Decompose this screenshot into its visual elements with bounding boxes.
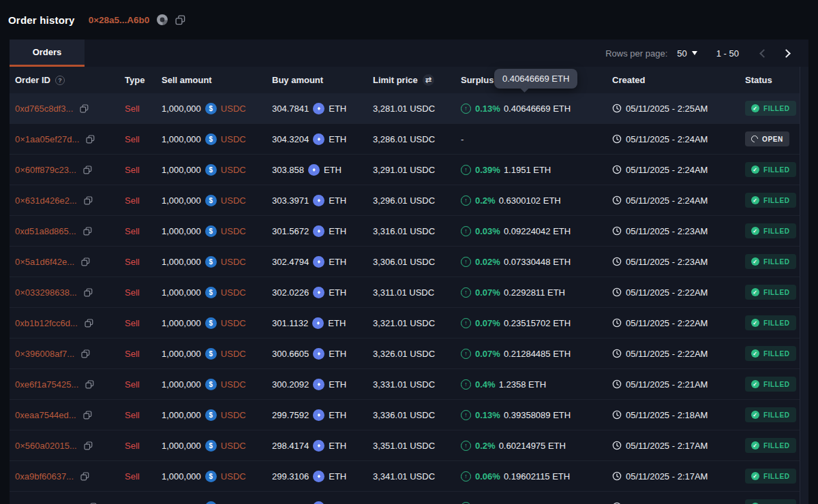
buy-amount: 298.0674 bbox=[272, 502, 309, 504]
copy-order-id-icon[interactable] bbox=[81, 349, 90, 358]
check-icon: ✓ bbox=[751, 104, 759, 112]
col-order-id: Order ID bbox=[15, 75, 50, 85]
order-id-link[interactable]: 0×033298638... bbox=[15, 287, 77, 298]
table-row[interactable]: 0xe6f1a75425... Sell 1,000,000 $ USDC 30… bbox=[10, 369, 808, 400]
copy-order-id-icon[interactable] bbox=[86, 135, 95, 144]
explorer-icon[interactable] bbox=[156, 14, 168, 26]
rows-per-page-select[interactable]: 50 bbox=[677, 48, 697, 59]
buy-amount: 302.4794 bbox=[272, 257, 309, 267]
sell-token-symbol[interactable]: USDC bbox=[221, 502, 246, 504]
copy-order-id-icon[interactable] bbox=[81, 257, 90, 266]
status-label: FILLED bbox=[763, 289, 790, 296]
order-id-link[interactable]: 0xa9bf60637... bbox=[15, 471, 74, 482]
copy-order-id-icon[interactable] bbox=[84, 441, 93, 450]
sell-token-symbol[interactable]: USDC bbox=[221, 195, 246, 206]
status-label: FILLED bbox=[763, 227, 790, 235]
table-row[interactable]: 0×560a02015... Sell 1,000,000 $ USDC 298… bbox=[10, 430, 808, 461]
prev-page-button[interactable] bbox=[759, 49, 768, 58]
order-id-link[interactable]: 0×60ff879c23... bbox=[15, 165, 76, 175]
order-type: Sell bbox=[125, 195, 140, 206]
copy-address-icon[interactable] bbox=[175, 15, 185, 25]
order-id-link[interactable]: 0xd51a8d865... bbox=[15, 226, 76, 236]
sell-token-symbol[interactable]: USDC bbox=[221, 441, 246, 451]
table-row[interactable]: 0xa9bf60637... Sell 1,000,000 $ USDC 299… bbox=[10, 461, 808, 492]
clock-icon bbox=[612, 257, 622, 266]
status-badge: ✓ FILLED bbox=[745, 162, 796, 177]
order-id-link[interactable]: 0×5a1d6f42e... bbox=[15, 257, 74, 267]
order-id-link[interactable]: 0xd765c8df3... bbox=[15, 104, 73, 114]
sell-token-symbol[interactable]: USDC bbox=[221, 287, 246, 298]
arrow-up-circle-icon: ↑ bbox=[461, 379, 471, 390]
table-row[interactable]: 0xeaa7544ed... Sell 1,000,000 $ USDC 299… bbox=[10, 400, 808, 430]
buy-amount: 298.4174 bbox=[272, 441, 309, 451]
copy-order-id-icon[interactable] bbox=[80, 472, 89, 481]
order-id-link[interactable]: 0xeaa7544ed... bbox=[15, 410, 76, 420]
table-row[interactable]: 0×5a1d6f42e... Sell 1,000,000 $ USDC 302… bbox=[10, 247, 808, 277]
table-row[interactable]: 0×631d426e2... Sell 1,000,000 $ USDC 303… bbox=[10, 185, 808, 216]
tab-orders[interactable]: Orders bbox=[10, 40, 85, 67]
buy-token-symbol: ETH bbox=[329, 104, 346, 114]
table-row[interactable]: 0xd51a8d865... Sell 1,000,000 $ USDC 301… bbox=[10, 216, 808, 247]
surplus-percent: 0.07% bbox=[475, 318, 500, 328]
copy-order-id-icon[interactable] bbox=[83, 411, 92, 420]
sell-token-symbol[interactable]: USDC bbox=[221, 318, 246, 328]
order-type: Sell bbox=[125, 471, 140, 482]
order-type: Sell bbox=[125, 226, 140, 236]
created-timestamp: 05/11/2025 - 2:22AM bbox=[626, 318, 708, 328]
sell-token-symbol[interactable]: USDC bbox=[221, 349, 246, 359]
table-row[interactable]: 0×396008af7... Sell 1,000,000 $ USDC 300… bbox=[10, 338, 808, 369]
copy-order-id-icon[interactable] bbox=[80, 104, 89, 113]
sell-token-symbol[interactable]: USDC bbox=[221, 379, 246, 390]
copy-order-id-icon[interactable] bbox=[85, 380, 94, 389]
wallet-address-link[interactable]: 0×28a5...A6b0 bbox=[89, 15, 150, 25]
copy-order-id-icon[interactable] bbox=[84, 288, 93, 297]
eth-token-icon: ♦ bbox=[313, 195, 324, 206]
sell-token-symbol[interactable]: USDC bbox=[221, 471, 246, 482]
order-id-link[interactable]: 0×631d426e2... bbox=[15, 195, 77, 206]
sell-token-symbol[interactable]: USDC bbox=[221, 226, 246, 236]
scrollbar-track[interactable] bbox=[800, 67, 808, 504]
swap-direction-icon[interactable]: ⇄ bbox=[423, 74, 434, 86]
status-badge: ✓ FILLED bbox=[745, 346, 796, 361]
arrow-up-circle-icon: ↑ bbox=[461, 165, 471, 175]
next-page-button[interactable] bbox=[782, 49, 791, 58]
usdc-token-icon: $ bbox=[205, 348, 217, 360]
surplus-percent: 0.39% bbox=[475, 165, 500, 175]
copy-order-id-icon[interactable] bbox=[85, 319, 93, 328]
order-id-link[interactable]: 0xb1b12fcc6d... bbox=[15, 318, 78, 328]
sell-token-symbol[interactable]: USDC bbox=[221, 257, 246, 267]
check-icon: ✓ bbox=[751, 380, 759, 388]
copy-order-id-icon[interactable] bbox=[84, 196, 93, 205]
eth-token-icon: ♦ bbox=[308, 164, 320, 176]
status-label: FILLED bbox=[763, 166, 790, 174]
order-id-link[interactable]: 0×1aa05ef27d... bbox=[15, 134, 79, 144]
order-id-link[interactable]: 0xe6f1a75425... bbox=[15, 379, 78, 390]
arrow-up-circle-icon: ↑ bbox=[461, 195, 471, 206]
copy-order-id-icon[interactable] bbox=[83, 227, 92, 236]
buy-amount: 304.7841 bbox=[272, 104, 309, 114]
table-row[interactable]: 0×60ff879c23... Sell 1,000,000 $ USDC 30… bbox=[10, 155, 808, 185]
order-id-link[interactable]: 0×560a02015... bbox=[15, 441, 77, 451]
table-row[interactable]: 0×1aa05ef27d... Sell 1,000,000 $ USDC 30… bbox=[10, 124, 808, 155]
check-icon: ✓ bbox=[751, 349, 759, 358]
sell-token-symbol[interactable]: USDC bbox=[221, 134, 246, 144]
order-id-link[interactable]: 0xd16ab600e8... bbox=[15, 502, 81, 504]
help-icon[interactable]: ? bbox=[55, 76, 65, 85]
usdc-token-icon: $ bbox=[205, 225, 217, 237]
order-id-link[interactable]: 0×396008af7... bbox=[15, 349, 74, 359]
surplus-value: ↑ 0.09% 0.0760867 ETH bbox=[461, 502, 566, 504]
table-row[interactable]: 0xb1b12fcc6d... Sell 1,000,000 $ USDC 30… bbox=[10, 308, 808, 338]
eth-token-icon: ♦ bbox=[313, 103, 324, 114]
surplus-percent: 0.2% bbox=[475, 195, 496, 206]
sell-token-symbol[interactable]: USDC bbox=[221, 165, 246, 175]
clock-icon bbox=[612, 471, 622, 481]
surplus-amount: 1.2358 ETH bbox=[499, 379, 546, 390]
sell-token-symbol[interactable]: USDC bbox=[221, 410, 246, 420]
copy-order-id-icon[interactable] bbox=[83, 166, 92, 174]
table-row[interactable]: 0×033298638... Sell 1,000,000 $ USDC 302… bbox=[10, 277, 808, 308]
limit-price: 3,336.01 USDC bbox=[373, 410, 435, 420]
table-row[interactable]: 0xd16ab600e8... Sell 1,000,000 $ USDC 29… bbox=[10, 492, 808, 504]
order-type: Sell bbox=[125, 318, 140, 328]
sell-token-symbol[interactable]: USDC bbox=[221, 104, 246, 114]
table-row[interactable]: 0xd765c8df3... Sell 1,000,000 $ USDC 304… bbox=[10, 93, 808, 124]
